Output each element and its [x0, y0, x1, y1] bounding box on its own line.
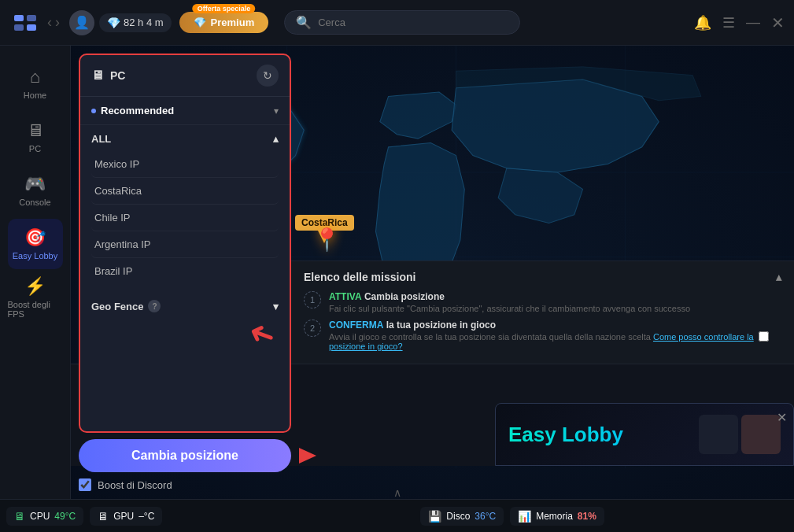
gem-icon: 💎: [107, 17, 120, 29]
statusbar: 🖥 CPU 49°C 🖥 GPU –°C ∧ 💾 Disco 36°C 📊 Me…: [0, 499, 794, 532]
all-section: ALL ▴ Mexico IP CostaRica Chile IP Argen…: [80, 125, 290, 292]
geo-fence-section: Geo Fence ? ▾: [80, 292, 290, 320]
mission-item-2: 2 CONFERMA la tua posizione in gioco Avv…: [304, 320, 781, 351]
premium-section: Offerta speciale 💎 Premium: [179, 12, 269, 33]
minimize-icon[interactable]: —: [746, 14, 760, 31]
sidebar-home-label: Home: [24, 91, 46, 100]
gpu-label: GPU: [113, 511, 134, 522]
menu-icon[interactable]: ☰: [722, 14, 735, 31]
search-input[interactable]: [318, 17, 508, 28]
all-header[interactable]: ALL ▴: [91, 133, 279, 145]
location-panel: 🖥 PC ↻ Recommended ▾: [79, 54, 291, 433]
disk-value: 36°C: [475, 511, 496, 522]
locale-checkbox[interactable]: [759, 331, 769, 342]
cpu-value: 49°C: [54, 511, 76, 522]
sidebar-item-pc[interactable]: 🖥 PC: [8, 112, 63, 162]
sidebar-item-fps-boost[interactable]: ⚡ Boost degli FPS: [8, 272, 63, 323]
list-item[interactable]: Argentina IP: [91, 231, 279, 258]
geo-fence-header[interactable]: Geo Fence ? ▾: [91, 300, 279, 312]
mission-content-1: ATTIVA Cambia posizione Fai clic sul pul…: [329, 291, 781, 313]
list-item[interactable]: CostaRica: [91, 178, 279, 205]
panel-title: PC: [110, 69, 125, 82]
mission-desc-1: Fai clic sul pulsante "Cambia posizione"…: [329, 304, 781, 313]
refresh-button[interactable]: ↻: [257, 65, 279, 87]
mission-num-2: 2: [304, 320, 321, 337]
cpu-status: 🖥 CPU 49°C: [6, 507, 83, 526]
popup-thumb-1: [699, 415, 738, 454]
sidebar-fps-boost-label: Boost degli FPS: [8, 300, 63, 319]
nav-back-button[interactable]: ‹: [47, 14, 52, 31]
panel-header: 🖥 PC ↻: [80, 55, 290, 97]
gems-value: 82 h 4 m: [124, 17, 164, 28]
mission-tag-attiva: ATTIVA: [329, 291, 362, 302]
popup-close-button[interactable]: ✕: [777, 410, 787, 425]
memory-value: 81%: [578, 511, 596, 522]
avatar[interactable]: 👤: [69, 10, 94, 35]
pc-icon: 🖥: [27, 120, 44, 141]
app-logo: [9, 7, 41, 39]
refresh-icon: ↻: [263, 69, 272, 82]
mission-panel: Elenco delle missioni ▴ 1 ATTIVA Cambia …: [291, 260, 794, 367]
disk-status: 💾 Disco 36°C: [420, 507, 504, 526]
sidebar-easy-lobby-label: Easy Lobby: [13, 251, 57, 260]
location-list: Mexico IP CostaRica Chile IP Argentina I…: [91, 151, 279, 284]
recommended-dot: [91, 109, 96, 113]
sidebar-item-easy-lobby[interactable]: 🎯 Easy Lobby: [8, 219, 63, 269]
mission-chevron-up-icon: ▴: [776, 271, 781, 283]
nav-forward-button[interactable]: ›: [55, 14, 60, 31]
sidebar-item-home[interactable]: ⌂ Home: [8, 58, 63, 109]
mission-header-label: Elenco delle missioni: [304, 271, 415, 283]
cpu-icon: 🖥: [14, 510, 25, 523]
panel-header-left: 🖥 PC: [91, 68, 125, 83]
mission-item-1: 1 ATTIVA Cambia posizione Fai clic sul p…: [304, 291, 781, 313]
geo-fence-label: Geo Fence ?: [91, 300, 161, 312]
mission-title-2: la tua posizione in gioco: [386, 320, 496, 331]
up-arrow-button[interactable]: ∧: [393, 486, 401, 499]
search-icon: 🔍: [296, 15, 312, 30]
topbar-actions: 🔔 ☰ — ✕: [694, 13, 785, 32]
premium-gem-icon: 💎: [194, 17, 206, 28]
easy-lobby-popup: Easy Lobby ✕: [495, 403, 794, 466]
topbar: ‹ › 👤 💎 82 h 4 m Offerta speciale 💎 Prem…: [0, 0, 794, 46]
premium-button[interactable]: 💎 Premium: [179, 12, 269, 33]
memory-icon: 📊: [518, 510, 531, 523]
change-position-button[interactable]: Cambia posizione: [79, 439, 291, 472]
map-pin: 📍: [313, 227, 341, 253]
notification-icon[interactable]: 🔔: [694, 14, 711, 31]
recommended-chevron-down-icon: ▾: [274, 105, 279, 116]
list-item[interactable]: Chile IP: [91, 205, 279, 231]
mission-header: Elenco delle missioni ▴: [304, 271, 781, 283]
mission-desc-2: Avvia il gioco e controlla se la tua pos…: [329, 332, 781, 351]
home-icon: ⌂: [30, 67, 40, 87]
easy-lobby-popup-title: Easy Lobby: [508, 423, 623, 447]
recommended-header[interactable]: Recommended ▾: [91, 105, 279, 116]
cpu-label: CPU: [30, 511, 50, 522]
list-item[interactable]: Brazil IP: [91, 258, 279, 284]
panel-overlay: 🖥 PC ↻ Recommended ▾: [79, 54, 291, 491]
list-item[interactable]: Mexico IP: [91, 151, 279, 178]
boost-discord-section: Boost di Discord: [79, 478, 291, 491]
search-section: 🔍: [284, 10, 520, 35]
all-label: ALL: [91, 133, 111, 145]
sidebar-console-label: Console: [19, 198, 50, 207]
popup-thumb-2: [741, 415, 781, 454]
fps-boost-icon: ⚡: [24, 276, 46, 297]
sidebar-pc-label: PC: [29, 144, 41, 153]
sidebar: ⌂ Home 🖥 PC 🎮 Console 🎯 Easy Lobby ⚡ Boo…: [0, 46, 71, 499]
disk-label: Disco: [446, 511, 470, 522]
avatar-icon: 👤: [74, 15, 90, 30]
geo-fence-help-icon[interactable]: ?: [148, 300, 161, 312]
gpu-value: –°C: [138, 511, 154, 522]
close-button[interactable]: ✕: [771, 13, 785, 32]
geo-fence-chevron-down-icon: ▾: [273, 301, 279, 312]
boost-discord-checkbox[interactable]: [79, 478, 91, 491]
mission-tag-conferma: CONFERMA: [329, 320, 383, 331]
mission-title-1: Cambia posizione: [364, 291, 445, 302]
console-icon: 🎮: [24, 174, 46, 194]
sidebar-item-console[interactable]: 🎮 Console: [8, 165, 63, 216]
svg-rect-1: [14, 24, 24, 31]
all-chevron-up-icon: ▴: [273, 133, 279, 145]
search-box[interactable]: 🔍: [284, 10, 520, 35]
popup-thumbnails: [699, 415, 781, 454]
premium-label: Premium: [211, 17, 255, 28]
